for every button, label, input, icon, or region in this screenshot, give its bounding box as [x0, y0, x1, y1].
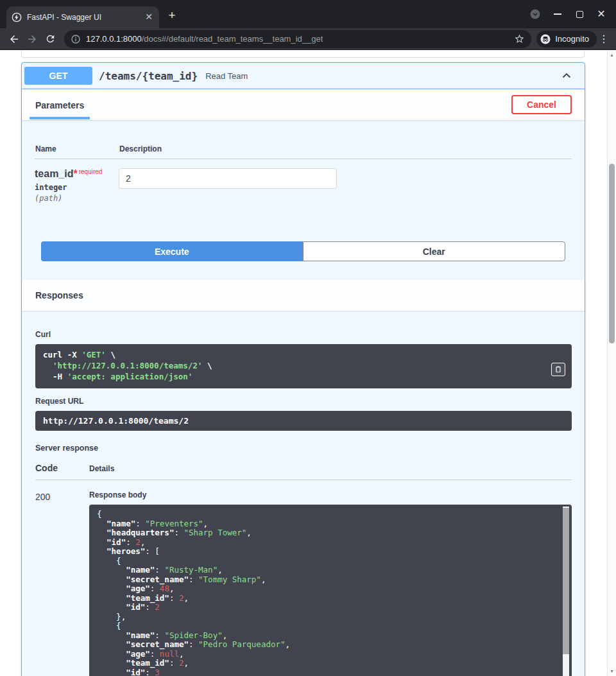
curl-label: Curl	[35, 330, 572, 339]
column-description-label: Description	[119, 144, 162, 153]
parameter-name: team_id*required	[35, 168, 119, 180]
response-row: 200 Response body { "name": "Preventers"…	[35, 490, 572, 676]
bookmark-star-icon[interactable]	[514, 33, 525, 44]
opblock-summary[interactable]: GET /teams/{team_id} Read Team	[22, 63, 585, 89]
parameter-value-cell	[119, 168, 337, 203]
page-scrollbar[interactable]: ▲ ▼	[607, 50, 616, 676]
incognito-spy-icon	[540, 33, 551, 45]
endpoint-summary: Read Team	[205, 71, 248, 81]
swagger-page: GET /teams/{team_id} Read Team Parameter…	[0, 50, 616, 676]
request-url-label: Request URL	[35, 397, 572, 406]
browser-menu-icon[interactable]: ⋮	[597, 33, 611, 45]
chevron-up-icon	[560, 69, 573, 82]
maximize-button[interactable]	[574, 8, 585, 20]
response-body-label: Response body	[89, 490, 572, 499]
forward-arrow-icon	[26, 33, 38, 45]
copy-button[interactable]	[551, 363, 565, 376]
minimize-button[interactable]	[552, 8, 563, 20]
url-host: 127.0.0.1:8000	[86, 34, 142, 44]
parameter-row: team_id*required integer (path)	[35, 159, 572, 203]
titlebar: FastAPI - Swagger UI ✕ + ✕	[0, 0, 616, 28]
incognito-badge: Incognito	[536, 31, 597, 48]
curl-command: curl -X 'GET' \ 'http://127.0.0.1:8000/t…	[35, 344, 572, 388]
column-details-label: Details	[89, 464, 114, 473]
fastapi-favicon-icon	[12, 12, 22, 22]
forward-button[interactable]	[23, 30, 41, 48]
responses-header: Responses	[22, 280, 585, 311]
execute-wrapper: Execute Clear	[22, 241, 585, 261]
previous-card-edge	[21, 50, 585, 58]
page-scrollbar-thumb[interactable]	[609, 164, 615, 343]
site-info-icon[interactable]	[71, 34, 81, 44]
column-code-label: Code	[35, 463, 89, 473]
response-column-headers: Code Details	[35, 463, 572, 480]
method-badge: GET	[24, 67, 92, 85]
browser-toolbar: 127.0.0.1:8000/docs#/default/read_team_t…	[0, 28, 616, 50]
responses-title: Responses	[30, 290, 83, 300]
reload-button[interactable]	[41, 30, 59, 48]
window-controls: ✕	[529, 0, 616, 28]
minimize-icon	[554, 13, 561, 15]
incognito-label: Incognito	[555, 34, 589, 44]
collapse-button[interactable]	[555, 67, 578, 85]
responses-body: Curl curl -X 'GET' \ 'http://127.0.0.1:8…	[22, 311, 585, 676]
scroll-up-button[interactable]: ▲	[608, 50, 616, 60]
address-bar[interactable]: 127.0.0.1:8000/docs#/default/read_team_t…	[64, 30, 531, 48]
response-details: Response body { "name": "Preventers", "h…	[89, 490, 572, 676]
column-name-label: Name	[35, 144, 119, 153]
parameter-type: integer	[35, 183, 119, 192]
tab-search-icon[interactable]	[529, 8, 542, 21]
response-body-scrollbar-thumb[interactable]	[563, 508, 569, 654]
opblock-get-teams: GET /teams/{team_id} Read Team Parameter…	[21, 62, 585, 676]
browser-window: FastAPI - Swagger UI ✕ + ✕	[0, 0, 616, 676]
status-code: 200	[35, 490, 89, 676]
parameter-meta: team_id*required integer (path)	[35, 168, 119, 203]
close-icon: ✕	[597, 9, 605, 19]
parameters-column-headers: Name Description	[35, 144, 572, 159]
back-arrow-icon	[8, 33, 20, 45]
new-tab-button[interactable]: +	[163, 7, 181, 25]
scroll-down-button[interactable]: ▼	[608, 666, 616, 676]
browser-tab[interactable]: FastAPI - Swagger UI ✕	[6, 6, 159, 28]
response-body-scrollbar[interactable]	[563, 507, 569, 676]
required-marker: *	[73, 168, 77, 179]
team-id-input[interactable]	[119, 168, 337, 189]
server-response-label: Server response	[35, 444, 572, 453]
request-url-value: http://127.0.0.1:8000/teams/2	[35, 411, 572, 431]
clear-button[interactable]: Clear	[303, 241, 566, 261]
back-button[interactable]	[5, 30, 23, 48]
clipboard-icon	[554, 365, 562, 374]
tab-parameters[interactable]: Parameters	[30, 91, 90, 119]
parameter-location: (path)	[35, 194, 119, 203]
url-path: /docs#/default/read_team_teams__team_id_…	[142, 34, 323, 44]
close-window-button[interactable]: ✕	[595, 8, 607, 20]
tab-title: FastAPI - Swagger UI	[27, 13, 144, 22]
required-label: required	[79, 168, 103, 175]
endpoint-path: /teams/{team_id}	[99, 70, 198, 82]
cancel-button[interactable]: Cancel	[511, 95, 572, 114]
parameters-header: Parameters Cancel	[22, 89, 585, 120]
execute-button[interactable]: Execute	[41, 241, 303, 261]
maximize-icon	[576, 11, 583, 18]
parameters-body: Name Description team_id*required intege…	[22, 120, 585, 241]
tab-close-icon[interactable]: ✕	[144, 12, 154, 22]
reload-icon	[45, 33, 56, 44]
response-body[interactable]: { "name": "Preventers", "headquarters": …	[89, 505, 572, 676]
url-text: 127.0.0.1:8000/docs#/default/read_team_t…	[86, 34, 323, 44]
